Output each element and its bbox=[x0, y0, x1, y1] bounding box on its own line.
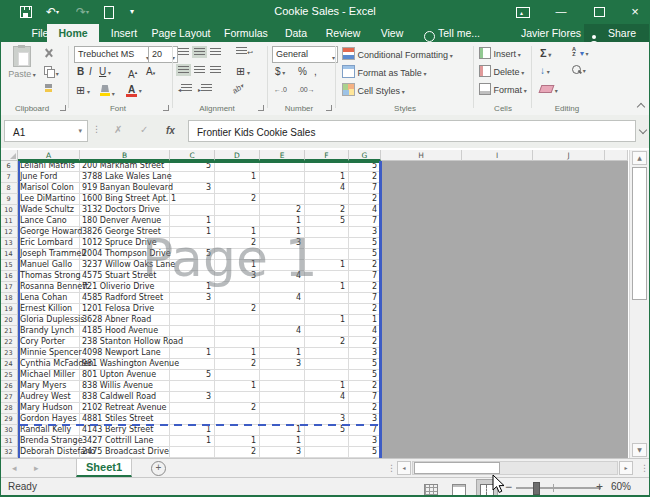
cell-name[interactable]: Cynthia McFadden bbox=[18, 359, 80, 370]
cell-name[interactable]: Mary Myers bbox=[18, 381, 80, 392]
user-name[interactable]: Javier Flores bbox=[520, 24, 582, 42]
column-header-A[interactable]: A bbox=[18, 150, 80, 161]
cell-name[interactable]: Gloria Duplessis bbox=[18, 315, 80, 326]
cell-value[interactable] bbox=[260, 315, 305, 326]
cell-address[interactable]: 838 Caldwell Road bbox=[80, 392, 170, 403]
cell-value[interactable]: 1 bbox=[305, 315, 349, 326]
cell-value[interactable] bbox=[170, 304, 215, 315]
cell-value[interactable] bbox=[305, 326, 349, 337]
orientation-icon[interactable]: ab▾ bbox=[230, 81, 245, 95]
scroll-down-icon[interactable]: ▼ bbox=[632, 443, 647, 457]
cell-name[interactable]: Brandy Lynch bbox=[18, 326, 80, 337]
autosum-button[interactable]: Σ ▾ bbox=[540, 47, 551, 61]
cell-value[interactable] bbox=[215, 392, 260, 403]
cell-address[interactable]: 4185 Hood Avenue bbox=[80, 326, 170, 337]
row-header[interactable]: 10 bbox=[0, 205, 18, 216]
cell-value[interactable]: 3 bbox=[349, 436, 381, 447]
vertical-scrollbar[interactable]: ▲ ▼ bbox=[629, 150, 649, 458]
cell-name[interactable]: Mary Hudson bbox=[18, 403, 80, 414]
row-header[interactable]: 20 bbox=[0, 315, 18, 326]
cell-name[interactable]: Manuel Gallo bbox=[18, 260, 80, 271]
cell-value[interactable]: 1 bbox=[170, 436, 215, 447]
cell-value[interactable]: 4 bbox=[349, 326, 381, 337]
cell-value[interactable]: 2 bbox=[215, 447, 260, 458]
cell-value[interactable]: 3 bbox=[170, 293, 215, 304]
cell-address[interactable]: 238 Stanton Hollow Road bbox=[80, 337, 170, 348]
cell-value[interactable] bbox=[305, 304, 349, 315]
cell-value[interactable] bbox=[305, 348, 349, 359]
cell-name[interactable]: Marisol Colon bbox=[18, 183, 80, 194]
cell-name[interactable]: Cory Porter bbox=[18, 337, 80, 348]
cell-name[interactable]: Joseph Trammell bbox=[18, 249, 80, 260]
column-header-I[interactable]: I bbox=[462, 150, 533, 161]
cell-name[interactable]: June Ford bbox=[18, 172, 80, 183]
scrollbar-resize-handle[interactable]: ⋮ bbox=[640, 463, 649, 473]
tab-scrollbar-splitter[interactable]: ⋮ bbox=[387, 463, 396, 473]
cell-value[interactable]: 5 bbox=[349, 447, 381, 458]
row-header[interactable]: 25 bbox=[0, 370, 18, 381]
borders-icon[interactable]: ⊞ ▾ bbox=[76, 84, 90, 98]
cell-value[interactable]: 2 bbox=[305, 337, 349, 348]
italic-button[interactable]: I bbox=[89, 66, 92, 78]
cell-value[interactable]: 1 bbox=[260, 436, 305, 447]
column-header-B[interactable]: B bbox=[80, 150, 170, 161]
cell-value[interactable] bbox=[215, 425, 260, 436]
insert-function-icon[interactable]: fx bbox=[166, 125, 175, 136]
cancel-icon[interactable]: ✗ bbox=[114, 124, 122, 135]
collapse-ribbon-icon[interactable] bbox=[637, 103, 645, 111]
cell-address[interactable]: 919 Banyan Boulevard bbox=[80, 183, 170, 194]
cell-name[interactable]: Audrey West bbox=[18, 392, 80, 403]
row-header[interactable]: 19 bbox=[0, 304, 18, 315]
cell-address[interactable]: 838 Willis Avenue bbox=[80, 381, 170, 392]
align-top-icon[interactable] bbox=[178, 48, 189, 58]
cell-value[interactable] bbox=[305, 447, 349, 458]
cell-value[interactable]: 3 bbox=[260, 359, 305, 370]
cell-value[interactable]: 5 bbox=[170, 370, 215, 381]
sort-filter-button[interactable]: AZ ▼▾ bbox=[572, 47, 588, 58]
cell-address[interactable]: 2102 Retreat Avenue bbox=[80, 403, 170, 414]
cell-value[interactable] bbox=[215, 205, 260, 216]
row-header[interactable]: 15 bbox=[0, 260, 18, 271]
cell-address[interactable]: 1600 Bing Street Apt. 1 bbox=[80, 194, 170, 205]
cell-name[interactable]: Lena Cohan bbox=[18, 293, 80, 304]
cell-value[interactable] bbox=[215, 315, 260, 326]
cell-value[interactable]: 7 bbox=[349, 293, 381, 304]
cell-name[interactable]: Eric Lombard bbox=[18, 238, 80, 249]
tell-me-box[interactable]: Tell me... bbox=[438, 24, 490, 42]
cell-value[interactable]: 3 bbox=[349, 348, 381, 359]
cell-value[interactable] bbox=[170, 194, 215, 205]
row-header[interactable]: 17 bbox=[0, 282, 18, 293]
cell-value[interactable] bbox=[170, 447, 215, 458]
row-header[interactable]: 27 bbox=[0, 392, 18, 403]
alignment-dialog-launcher[interactable] bbox=[258, 105, 264, 111]
tab-data[interactable]: Data bbox=[280, 24, 312, 42]
sheet-nav-right-icon[interactable]: ▸ bbox=[34, 463, 39, 473]
cell-value[interactable]: 2 bbox=[215, 403, 260, 414]
cell-address[interactable]: 3132 Doctors Drive bbox=[80, 205, 170, 216]
align-middle-icon[interactable] bbox=[194, 48, 205, 58]
cell-value[interactable]: 1 bbox=[215, 172, 260, 183]
cell-value[interactable] bbox=[305, 370, 349, 381]
page-break-dashed-line[interactable] bbox=[20, 424, 379, 426]
cell-name[interactable]: Ernest Killion bbox=[18, 304, 80, 315]
percent-style-icon[interactable]: % bbox=[298, 66, 307, 78]
cell-value[interactable]: 4 bbox=[260, 293, 305, 304]
cell-value[interactable] bbox=[260, 403, 305, 414]
row-header[interactable]: 8 bbox=[0, 183, 18, 194]
print-area-border-right[interactable] bbox=[379, 161, 382, 458]
row-header[interactable]: 23 bbox=[0, 348, 18, 359]
cell-value[interactable] bbox=[305, 194, 349, 205]
cell-value[interactable]: 5 bbox=[349, 370, 381, 381]
cell-value[interactable] bbox=[305, 293, 349, 304]
name-box[interactable]: A1 ▾ bbox=[4, 120, 88, 142]
zoom-out-icon[interactable]: − bbox=[505, 480, 512, 494]
row-header[interactable]: 6 bbox=[0, 161, 18, 172]
maximize-button[interactable] bbox=[590, 4, 608, 19]
cell-value[interactable] bbox=[305, 403, 349, 414]
cell-value[interactable] bbox=[305, 436, 349, 447]
cell-address[interactable]: 4585 Radford Street bbox=[80, 293, 170, 304]
cell-address[interactable]: 4143 Berry Street bbox=[80, 425, 170, 436]
cell-value[interactable]: 3 bbox=[170, 183, 215, 194]
row-header[interactable]: 30 bbox=[0, 425, 18, 436]
close-button[interactable]: × bbox=[626, 4, 644, 19]
